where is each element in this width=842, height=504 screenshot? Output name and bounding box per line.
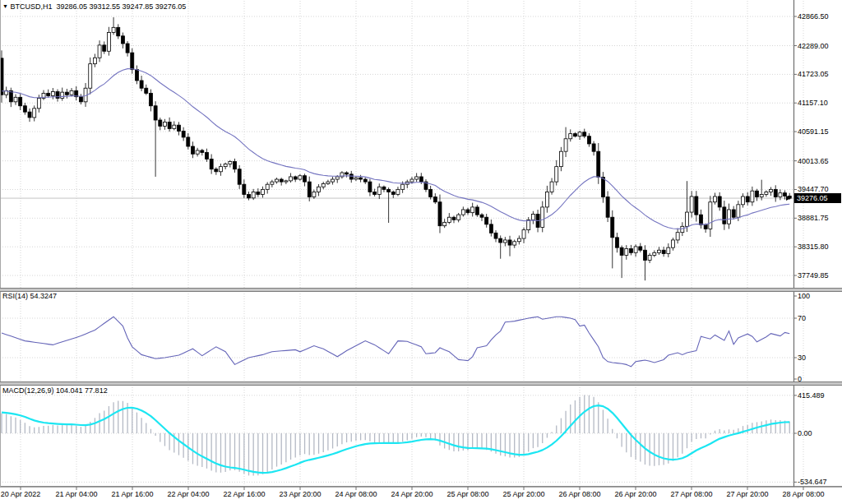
price-axis-label: 38881.75	[798, 214, 829, 222]
symbol-dropdown-icon[interactable]: ▼	[2, 3, 8, 9]
price-axis-label: 40591.15	[798, 127, 829, 136]
price-axis-label: 41723.05	[798, 70, 829, 78]
rsi-axis-label: 30	[798, 354, 806, 362]
time-axis-label: 23 Apr 20:00	[279, 490, 321, 498]
macd-signal-value: 77.812	[85, 386, 108, 395]
price-axis-label: 42289.00	[798, 42, 829, 50]
panel-splitter-rsi-macd[interactable]	[0, 381, 842, 386]
price-axis-label: 40013.65	[798, 157, 829, 165]
macd-axis-label: -534.647	[798, 478, 827, 486]
time-axis-label: 21 Apr 16:00	[111, 490, 153, 498]
chart-header: ▼ BTCUSD,H1 39286.05 39312.55 39247.85 3…	[2, 2, 186, 11]
time-axis-label: 22 Apr 04:00	[167, 490, 209, 498]
price-axis-label: 39447.70	[798, 185, 829, 193]
price-axis-label: 38315.80	[798, 243, 829, 251]
rsi-current-value: 54.3247	[30, 292, 58, 300]
rsi-axis-label: 0	[798, 375, 802, 383]
time-axis-label: 26 Apr 08:00	[558, 490, 600, 498]
time-axis-label: 24 Apr 20:00	[391, 490, 433, 498]
time-axis-label: 22 Apr 16:00	[223, 490, 265, 498]
time-axis-label: 25 Apr 20:00	[502, 490, 544, 498]
open-value: 39286.05	[56, 2, 87, 11]
rsi-axis-label: 70	[798, 314, 806, 322]
low-value: 39247.85	[123, 2, 154, 11]
time-axis-label: 26 Apr 20:00	[614, 490, 656, 498]
time-axis-label: 20 Apr 2022	[1, 490, 41, 498]
current-price-tag: 39276.05	[794, 193, 841, 203]
time-axis-label: 21 Apr 04:00	[55, 490, 97, 498]
time-axis-label: 24 Apr 08:00	[335, 490, 377, 498]
symbol-timeframe-label: BTCUSD,H1	[10, 2, 52, 11]
macd-indicator-label: MACD(12,26,9) 104.041 77.812	[2, 386, 108, 395]
price-axis-label: 41157.10	[798, 99, 828, 107]
chart-plot-area[interactable]	[0, 0, 842, 504]
macd-axis-label: 415.489	[798, 391, 825, 400]
time-axis-label: 28 Apr 08:00	[782, 490, 824, 498]
panel-splitter-price-rsi[interactable]	[0, 288, 842, 292]
rsi-indicator-label: RSI(14) 54.3247	[2, 292, 57, 300]
macd-axis-label: 0.00	[798, 429, 812, 437]
rsi-axis-label: 100	[798, 292, 810, 300]
time-axis-label: 27 Apr 20:00	[726, 490, 768, 498]
time-axis-label: 27 Apr 08:00	[670, 490, 712, 498]
time-axis-label: 25 Apr 08:00	[446, 490, 488, 498]
macd-current-value: 104.041	[56, 386, 83, 395]
high-value: 39312.55	[90, 2, 121, 11]
price-axis-label: 42866.50	[798, 12, 829, 21]
trading-chart-window: ▼ BTCUSD,H1 39286.05 39312.55 39247.85 3…	[0, 0, 842, 504]
price-axis-label: 37749.85	[798, 271, 829, 280]
close-value: 39276.05	[155, 2, 187, 11]
